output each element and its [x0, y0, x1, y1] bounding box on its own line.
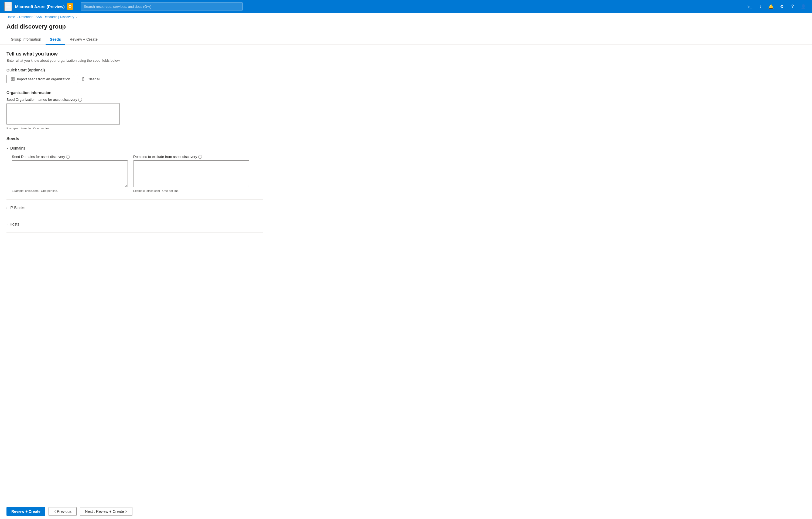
- domains-fields: Seed Domains for asset discovery i Examp…: [12, 155, 249, 192]
- domains-header[interactable]: ▾ Domains: [6, 145, 263, 152]
- domains-section: ▾ Domains Seed Domains for asset discove…: [6, 145, 263, 195]
- feedback-icon: ↓: [759, 4, 761, 9]
- ip-blocks-label: IP Blocks: [10, 206, 25, 210]
- main-description: Enter what you know about your organizat…: [6, 59, 263, 63]
- import-icon: [10, 77, 15, 81]
- quick-start-section: Quick Start (optional) Import seeds from…: [6, 68, 263, 83]
- nav-actions: ▷_ ↓ 🔔 ⚙ ? 👤: [745, 2, 808, 11]
- seed-org-info-icon[interactable]: i: [78, 98, 82, 101]
- tab-group-information[interactable]: Group Information: [6, 34, 46, 45]
- svg-rect-2: [11, 79, 12, 81]
- settings-button[interactable]: ⚙: [778, 2, 786, 11]
- exclude-domains-hint: Example: office.com | One per line.: [133, 189, 249, 192]
- seeds-section: Seeds ▾ Domains Seed Domains for asset d…: [6, 136, 263, 233]
- main-heading: Tell us what you know: [6, 51, 263, 57]
- svg-rect-4: [82, 78, 84, 80]
- seed-domains-info-icon[interactable]: i: [66, 155, 70, 159]
- seeds-heading: Seeds: [6, 136, 263, 141]
- seed-domains-label: Seed Domains for asset discovery i: [12, 155, 128, 159]
- hosts-label: Hosts: [10, 222, 20, 226]
- tab-seeds[interactable]: Seeds: [46, 34, 65, 45]
- cloud-shell-button[interactable]: ▷_: [745, 2, 754, 11]
- trash-icon: [81, 77, 85, 81]
- help-icon: ?: [791, 4, 794, 9]
- quick-start-label: Quick Start (optional): [6, 68, 263, 72]
- app-badge-icon: ⚙: [67, 3, 74, 10]
- main-content: Tell us what you know Enter what you kno…: [0, 45, 270, 265]
- cloud-shell-icon: ▷_: [747, 4, 752, 9]
- divider-2: [6, 216, 263, 216]
- ip-blocks-section: › IP Blocks: [6, 204, 263, 212]
- exclude-domains-info-icon[interactable]: i: [198, 155, 202, 159]
- hosts-section: › Hosts: [6, 220, 263, 228]
- seed-domains-field: Seed Domains for asset discovery i Examp…: [12, 155, 128, 192]
- svg-rect-1: [13, 77, 14, 79]
- import-seeds-button[interactable]: Import seeds from an organization: [6, 75, 74, 83]
- app-title: Microsoft Azure (Preview) ⚙: [15, 3, 74, 10]
- account-icon: 👤: [801, 4, 806, 9]
- exclude-domains-textarea[interactable]: [133, 160, 249, 187]
- settings-icon: ⚙: [780, 4, 784, 9]
- seed-domains-textarea[interactable]: [12, 160, 128, 187]
- hamburger-menu-button[interactable]: ☰: [4, 2, 12, 11]
- seed-org-label: Seed Organization names for asset discov…: [6, 97, 263, 101]
- ip-blocks-collapse-icon: ›: [6, 206, 7, 209]
- account-button[interactable]: 👤: [799, 2, 808, 11]
- search-bar: [81, 2, 243, 10]
- notifications-icon: 🔔: [768, 4, 774, 9]
- hosts-header[interactable]: › Hosts: [6, 220, 263, 228]
- domains-label: Domains: [10, 146, 25, 150]
- svg-rect-3: [13, 79, 14, 81]
- seed-org-hint: Example: LinkedIn | One per line.: [6, 127, 263, 130]
- org-info-section: Organization information Seed Organizati…: [6, 91, 263, 130]
- exclude-domains-field: Domains to exclude from asset discovery …: [133, 155, 249, 192]
- tab-review-create[interactable]: Review + Create: [65, 34, 102, 45]
- svg-rect-0: [11, 77, 12, 79]
- breadcrumb-sep-1: ›: [17, 16, 18, 19]
- help-button[interactable]: ?: [788, 2, 797, 11]
- domains-collapse-icon: ▾: [6, 147, 8, 150]
- tabs-container: Group Information Seeds Review + Create: [0, 30, 812, 45]
- divider-3: [6, 232, 263, 233]
- page-more-button[interactable]: ...: [68, 24, 74, 30]
- breadcrumb-home[interactable]: Home: [6, 15, 15, 19]
- clear-all-button[interactable]: Clear all: [77, 75, 104, 83]
- org-info-heading: Organization information: [6, 91, 263, 95]
- top-nav: ☰ Microsoft Azure (Preview) ⚙ ▷_ ↓ 🔔 ⚙ ?…: [0, 0, 812, 13]
- page-title: Add discovery group: [6, 23, 66, 30]
- ip-blocks-header[interactable]: › IP Blocks: [6, 204, 263, 212]
- exclude-domains-label: Domains to exclude from asset discovery …: [133, 155, 249, 159]
- breadcrumb-sep-2: ›: [76, 16, 77, 19]
- quick-start-buttons: Import seeds from an organization Clear …: [6, 75, 263, 83]
- hosts-collapse-icon: ›: [6, 222, 7, 226]
- notifications-button[interactable]: 🔔: [767, 2, 775, 11]
- page-header: Add discovery group ...: [0, 21, 812, 30]
- seed-org-textarea[interactable]: [6, 103, 120, 125]
- search-input[interactable]: [81, 2, 243, 10]
- feedback-button[interactable]: ↓: [756, 2, 764, 11]
- breadcrumb-defender-easm[interactable]: Defender EASM Resource | Discovery: [19, 15, 74, 19]
- app-title-text: Microsoft Azure (Preview): [15, 4, 65, 9]
- domains-content: Seed Domains for asset discovery i Examp…: [6, 152, 263, 195]
- breadcrumb: Home › Defender EASM Resource | Discover…: [0, 13, 812, 21]
- seed-domains-hint: Example: office.com | One per line.: [12, 189, 128, 192]
